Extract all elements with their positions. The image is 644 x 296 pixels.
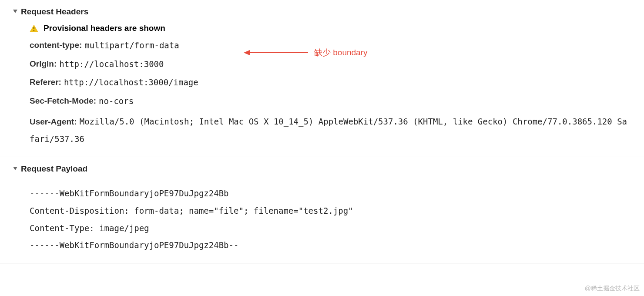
header-name: Referer: — [30, 76, 61, 89]
header-value: multipart/form-data — [84, 39, 179, 52]
header-name: content-type: — [30, 39, 82, 52]
header-row-referer: Referer: http://localhost:3000/image — [30, 76, 631, 89]
request-payload-toggle[interactable]: Request Payload — [0, 162, 644, 175]
chevron-down-icon — [13, 167, 17, 170]
header-name: User-Agent: — [30, 113, 77, 131]
provisional-warning-row: Provisional headers are shown — [30, 24, 631, 33]
chevron-down-icon — [13, 10, 17, 13]
payload-line: Content-Disposition: form-data; name="fi… — [30, 202, 631, 220]
header-row-origin: Origin: http://localhost:3000 — [30, 58, 631, 71]
watermark: @稀土掘金技术社区 — [585, 285, 640, 293]
request-headers-section: Request Headers Provisional headers are … — [0, 0, 644, 157]
section-title: Request Headers — [21, 7, 88, 17]
payload-line: Content-Type: image/jpeg — [30, 220, 631, 237]
header-value: no-cors — [99, 95, 134, 108]
request-headers-body: Provisional headers are shown content-ty… — [0, 18, 644, 148]
request-headers-toggle[interactable]: Request Headers — [0, 5, 644, 18]
header-row-user-agent: User-Agent: Mozilla/5.0 (Macintosh; Inte… — [30, 113, 631, 148]
header-value: http://localhost:3000/image — [64, 76, 198, 89]
header-name: Sec-Fetch-Mode: — [30, 95, 96, 108]
section-title: Request Payload — [21, 164, 87, 174]
request-payload-section: Request Payload ------WebKitFormBoundary… — [0, 157, 644, 264]
warning-icon — [30, 24, 38, 32]
header-row-sec-fetch-mode: Sec-Fetch-Mode: no-cors — [30, 95, 631, 108]
header-value: Mozilla/5.0 (Macintosh; Intel Mac OS X 1… — [30, 117, 627, 144]
header-row-content-type: content-type: multipart/form-data — [30, 39, 631, 52]
header-value: http://localhost:3000 — [59, 58, 164, 71]
header-name: Origin: — [30, 58, 57, 71]
payload-line: ------WebKitFormBoundaryjoPE97DuJpgz24Bb… — [30, 237, 631, 254]
provisional-warning-text: Provisional headers are shown — [44, 24, 165, 33]
payload-line: ------WebKitFormBoundaryjoPE97DuJpgz24Bb — [30, 185, 631, 202]
request-payload-body: ------WebKitFormBoundaryjoPE97DuJpgz24Bb… — [0, 175, 644, 255]
svg-rect-1 — [34, 30, 34, 31]
svg-rect-0 — [34, 27, 34, 29]
